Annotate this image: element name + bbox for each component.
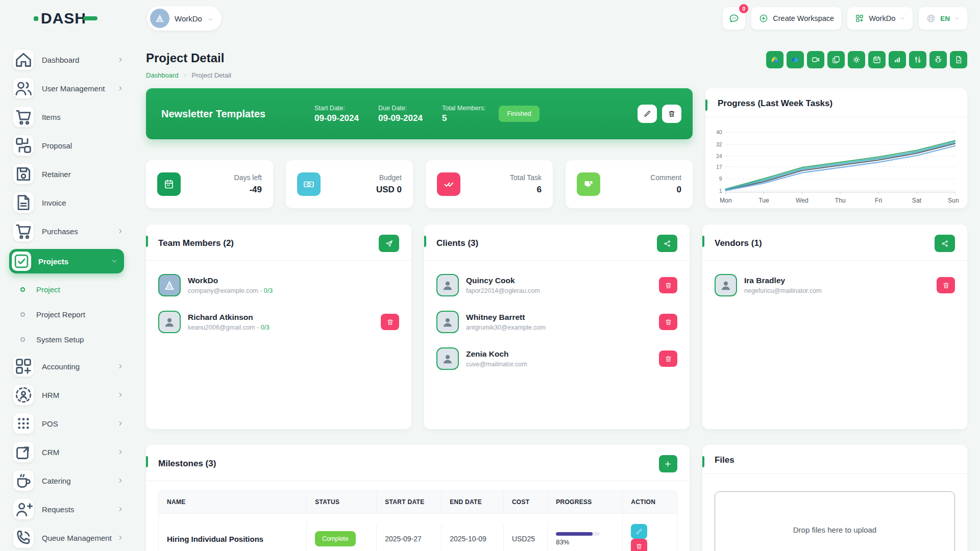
sidebar-item[interactable]: Requests (13, 498, 124, 520)
home-icon (13, 49, 34, 70)
person-avatar-icon (719, 279, 732, 292)
remove-member-button[interactable] (659, 350, 677, 367)
building-icon (154, 13, 165, 24)
trash-icon (386, 318, 394, 326)
sidebar-item[interactable]: Accounting (13, 356, 124, 377)
sidebar-item[interactable]: Catering (13, 470, 124, 491)
sidebar-item-label: Projects (38, 257, 68, 266)
project-status-badge: Finished (499, 106, 539, 122)
settings-icon[interactable] (848, 51, 865, 68)
sidebar-item[interactable]: Projects (9, 249, 124, 273)
chevron-right-icon (117, 448, 124, 456)
breadcrumb-current: Project Detail (192, 71, 231, 79)
person-avatar-icon (163, 315, 176, 329)
messages-badge: 0 (739, 4, 748, 13)
sidebar-item[interactable]: Purchases (13, 220, 124, 242)
sidebar-item[interactable]: Project Report (13, 306, 124, 323)
catering-icon (13, 470, 34, 491)
progress-chart: 1917243240MonTueWedThuFriSatSun (705, 117, 967, 207)
edit-milestone-button[interactable] (631, 524, 647, 539)
cart-icon (13, 107, 34, 127)
due-date-label: Due Date: (378, 105, 423, 112)
sidebar-item-label: User Management (42, 84, 105, 93)
sidebar-item[interactable]: Items (13, 106, 124, 128)
breadcrumb-dashboard-link[interactable]: Dashboard (146, 71, 179, 79)
sidebar-item[interactable]: Proposal (13, 135, 124, 156)
chevron-right-icon (117, 56, 124, 63)
svg-text:32: 32 (716, 141, 722, 147)
add-milestone-button[interactable] (659, 455, 677, 472)
avatar (158, 311, 181, 333)
files-title: Files (715, 455, 734, 465)
member-name: Ira Bradley (744, 276, 822, 285)
remove-member-button[interactable] (659, 277, 677, 293)
app-switcher-button[interactable]: WorkDo (847, 7, 913, 30)
list-item: WorkDo company@example.com - 0/3 (146, 271, 411, 299)
sidebar-item[interactable]: CRM (13, 441, 124, 463)
language-selector[interactable]: EN (919, 7, 967, 30)
chevron-right-icon (117, 363, 124, 370)
member-email: company@example.com (188, 287, 258, 294)
dropzone-text: Drop files here to upload (793, 525, 876, 534)
share-vendors-button[interactable] (935, 235, 955, 252)
sidebar-item[interactable]: Project (13, 281, 124, 298)
sidebar-item-label: Project (36, 285, 60, 294)
remove-member-button[interactable] (659, 314, 677, 330)
list-item: Quincy Cook fapor22014@oglerau.com - (424, 271, 690, 299)
chevron-right-icon (117, 228, 124, 235)
start-date-value: 09-09-2024 (314, 113, 359, 123)
drive-icon (770, 55, 779, 64)
sidebar-item[interactable]: User Management (13, 78, 124, 99)
member-name: Richard Atkinson (188, 313, 270, 322)
milestone-end-date: 2025-10-09 (441, 524, 503, 551)
invite-member-button[interactable] (379, 235, 399, 252)
video-icon (811, 55, 820, 64)
sidebar-item[interactable]: POS (13, 413, 124, 434)
calendar-icon (872, 55, 881, 64)
sidebar-item[interactable]: HRM (13, 384, 124, 406)
globe-icon (926, 13, 936, 23)
sidebar-item[interactable]: System Setup (13, 331, 124, 348)
sidebar-item-label: Project Report (36, 310, 85, 319)
table-row: Hiring Individual Positions Complete 202… (159, 514, 677, 551)
workspace-switcher[interactable]: WorkDo (147, 6, 222, 31)
onedrive-icon[interactable] (787, 51, 804, 68)
sidebar-item[interactable]: Queue Management (13, 527, 124, 548)
file-icon[interactable] (950, 51, 967, 68)
delete-project-button[interactable] (662, 105, 681, 123)
video-icon[interactable] (807, 51, 824, 68)
share-clients-button[interactable] (657, 235, 677, 252)
bullet-icon (20, 312, 25, 317)
due-date-value: 09-09-2024 (378, 113, 423, 123)
clients-card: Clients (3) Quincy Cook fapor22014@ogler… (424, 224, 690, 429)
files-card: Files Drop files here to upload (702, 445, 967, 551)
svg-text:17: 17 (716, 164, 722, 170)
sidebar-item-label: Queue Management (42, 534, 112, 542)
messages-button[interactable]: 0 (723, 7, 745, 30)
sidebar-item[interactable]: Retainer (13, 163, 124, 185)
users-icon (13, 78, 34, 98)
workspace-avatar (150, 9, 169, 28)
remove-member-button[interactable] (381, 314, 399, 330)
member-progress: 0/3 (261, 324, 270, 331)
sidebar-item[interactable]: Invoice (13, 192, 124, 213)
sidebar-item[interactable]: Dashboard (13, 49, 124, 70)
milestones-title: Milestones (3) (158, 459, 216, 469)
plus-icon (664, 460, 672, 468)
calendar-icon[interactable] (868, 51, 886, 68)
chart-icon[interactable] (889, 51, 906, 68)
vendors-title: Vendors (1) (715, 238, 762, 248)
edit-project-button[interactable] (638, 105, 657, 123)
delete-milestone-button[interactable] (631, 539, 647, 551)
remove-member-button[interactable] (937, 277, 955, 293)
copy-icon[interactable] (827, 51, 845, 68)
logo-dot-icon (34, 16, 38, 21)
sliders-icon[interactable] (909, 51, 926, 68)
drive-icon[interactable] (766, 51, 783, 68)
sidebar-item-label: Retainer (42, 170, 71, 179)
member-name: Quincy Cook (466, 276, 540, 285)
create-workspace-button[interactable]: Create Workspace (751, 7, 841, 30)
brand-logo[interactable]: DASH (0, 10, 131, 27)
bug-icon[interactable] (929, 51, 947, 68)
file-dropzone[interactable]: Drop files here to upload (715, 491, 955, 551)
